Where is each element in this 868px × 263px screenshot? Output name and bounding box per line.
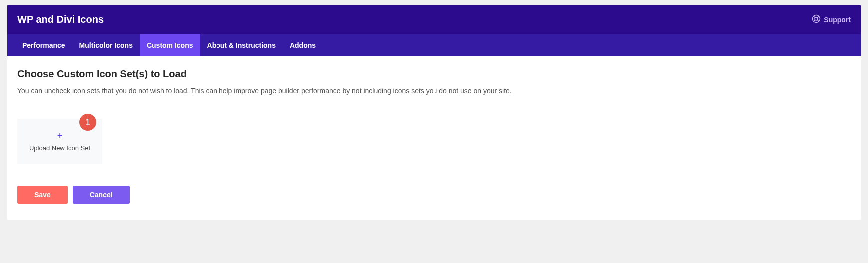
tab-multicolor-icons[interactable]: Multicolor Icons	[72, 34, 140, 56]
content-description: You can uncheck icon sets that you do no…	[17, 87, 851, 95]
tab-about-instructions[interactable]: About & Instructions	[200, 34, 283, 56]
support-icon	[812, 14, 821, 25]
content-area: Choose Custom Icon Set(s) to Load You ca…	[7, 56, 861, 220]
page-header: WP and Divi Icons Support	[7, 5, 861, 34]
content-title: Choose Custom Icon Set(s) to Load	[17, 68, 851, 80]
tab-addons[interactable]: Addons	[283, 34, 323, 56]
upload-new-icon-set-card[interactable]: 1 + Upload New Icon Set	[17, 119, 102, 164]
cancel-button[interactable]: Cancel	[73, 186, 130, 204]
page-title: WP and Divi Icons	[17, 14, 104, 25]
action-buttons: Save Cancel	[17, 186, 851, 204]
upload-label: Upload New Icon Set	[29, 144, 90, 152]
tabs-nav: Performance Multicolor Icons Custom Icon…	[7, 34, 861, 56]
svg-line-5	[814, 20, 815, 21]
tab-performance[interactable]: Performance	[15, 34, 72, 56]
tab-custom-icons[interactable]: Custom Icons	[140, 34, 200, 56]
plus-icon: +	[57, 131, 63, 140]
support-link[interactable]: Support	[812, 14, 851, 25]
svg-line-2	[814, 16, 815, 18]
save-button[interactable]: Save	[17, 186, 68, 204]
svg-line-4	[817, 16, 819, 18]
svg-line-3	[817, 20, 819, 21]
svg-point-1	[815, 17, 818, 20]
support-label: Support	[824, 16, 851, 24]
step-badge: 1	[79, 114, 96, 131]
